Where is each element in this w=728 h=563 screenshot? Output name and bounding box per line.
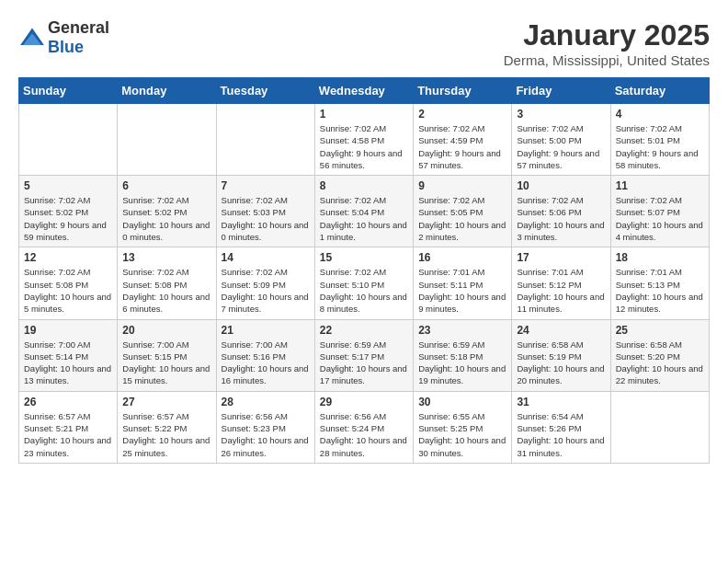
day-number: 1 — [320, 108, 408, 121]
day-info: Sunrise: 7:02 AM Sunset: 5:02 PM Dayligh… — [24, 194, 112, 243]
day-info: Sunrise: 7:00 AM Sunset: 5:15 PM Dayligh… — [122, 339, 210, 387]
calendar-cell: 12Sunrise: 7:02 AM Sunset: 5:08 PM Dayli… — [19, 247, 118, 319]
calendar-cell — [610, 391, 709, 463]
day-number: 24 — [517, 324, 605, 337]
calendar-title: January 2025 — [504, 18, 710, 52]
logo-blue: Blue — [48, 38, 84, 56]
logo-general: General — [48, 18, 109, 37]
day-number: 19 — [24, 324, 112, 337]
week-row-3: 12Sunrise: 7:02 AM Sunset: 5:08 PM Dayli… — [19, 247, 710, 319]
calendar-cell: 28Sunrise: 6:56 AM Sunset: 5:23 PM Dayli… — [216, 391, 314, 463]
day-number: 18 — [616, 251, 704, 264]
day-info: Sunrise: 7:02 AM Sunset: 5:01 PM Dayligh… — [616, 122, 704, 171]
calendar-cell — [216, 104, 314, 176]
calendar-cell: 17Sunrise: 7:01 AM Sunset: 5:12 PM Dayli… — [512, 247, 610, 319]
weekday-header-wednesday: Wednesday — [314, 78, 413, 104]
calendar-cell: 19Sunrise: 7:00 AM Sunset: 5:14 PM Dayli… — [19, 319, 118, 391]
day-info: Sunrise: 7:00 AM Sunset: 5:14 PM Dayligh… — [24, 339, 112, 387]
calendar-cell: 4Sunrise: 7:02 AM Sunset: 5:01 PM Daylig… — [610, 104, 709, 176]
day-number: 2 — [418, 108, 506, 121]
day-info: Sunrise: 6:56 AM Sunset: 5:23 PM Dayligh… — [222, 410, 310, 459]
week-row-1: 1Sunrise: 7:02 AM Sunset: 4:58 PM Daylig… — [19, 104, 710, 176]
calendar-table: SundayMondayTuesdayWednesdayThursdayFrid… — [18, 77, 710, 464]
logo: General Blue — [18, 18, 109, 57]
day-info: Sunrise: 6:58 AM Sunset: 5:20 PM Dayligh… — [616, 339, 704, 387]
day-info: Sunrise: 7:02 AM Sunset: 5:04 PM Dayligh… — [320, 194, 408, 243]
day-info: Sunrise: 7:02 AM Sunset: 5:08 PM Dayligh… — [122, 266, 210, 315]
day-info: Sunrise: 6:57 AM Sunset: 5:21 PM Dayligh… — [24, 410, 112, 459]
day-info: Sunrise: 7:02 AM Sunset: 5:03 PM Dayligh… — [222, 194, 310, 243]
day-number: 8 — [320, 179, 408, 192]
day-info: Sunrise: 7:00 AM Sunset: 5:16 PM Dayligh… — [222, 339, 310, 387]
day-info: Sunrise: 6:55 AM Sunset: 5:25 PM Dayligh… — [418, 410, 506, 459]
logo-icon — [18, 27, 46, 50]
calendar-cell: 5Sunrise: 7:02 AM Sunset: 5:02 PM Daylig… — [19, 176, 118, 247]
day-info: Sunrise: 7:01 AM Sunset: 5:11 PM Dayligh… — [418, 266, 506, 315]
day-number: 6 — [122, 179, 210, 192]
calendar-cell: 26Sunrise: 6:57 AM Sunset: 5:21 PM Dayli… — [19, 391, 118, 463]
calendar-cell: 16Sunrise: 7:01 AM Sunset: 5:11 PM Dayli… — [414, 247, 512, 319]
calendar-cell: 20Sunrise: 7:00 AM Sunset: 5:15 PM Dayli… — [118, 319, 216, 391]
day-info: Sunrise: 7:02 AM Sunset: 4:59 PM Dayligh… — [418, 122, 506, 171]
calendar-cell: 15Sunrise: 7:02 AM Sunset: 5:10 PM Dayli… — [314, 247, 413, 319]
day-info: Sunrise: 7:02 AM Sunset: 5:00 PM Dayligh… — [517, 122, 605, 171]
calendar-cell: 8Sunrise: 7:02 AM Sunset: 5:04 PM Daylig… — [314, 176, 413, 247]
calendar-cell: 9Sunrise: 7:02 AM Sunset: 5:05 PM Daylig… — [414, 176, 512, 247]
day-number: 4 — [616, 108, 704, 121]
day-number: 7 — [222, 179, 310, 192]
day-number: 21 — [222, 324, 310, 337]
weekday-header-friday: Friday — [512, 78, 610, 104]
calendar-cell: 27Sunrise: 6:57 AM Sunset: 5:22 PM Dayli… — [118, 391, 216, 463]
day-number: 23 — [418, 324, 506, 337]
calendar-cell: 14Sunrise: 7:02 AM Sunset: 5:09 PM Dayli… — [216, 247, 314, 319]
week-row-4: 19Sunrise: 7:00 AM Sunset: 5:14 PM Dayli… — [19, 319, 710, 391]
page-header: General Blue January 2025 Derma, Mississ… — [18, 18, 710, 68]
day-number: 22 — [320, 324, 408, 337]
calendar-cell: 21Sunrise: 7:00 AM Sunset: 5:16 PM Dayli… — [216, 319, 314, 391]
week-row-2: 5Sunrise: 7:02 AM Sunset: 5:02 PM Daylig… — [19, 176, 710, 247]
calendar-cell: 23Sunrise: 6:59 AM Sunset: 5:18 PM Dayli… — [414, 319, 512, 391]
calendar-cell: 13Sunrise: 7:02 AM Sunset: 5:08 PM Dayli… — [118, 247, 216, 319]
calendar-cell: 6Sunrise: 7:02 AM Sunset: 5:02 PM Daylig… — [118, 176, 216, 247]
day-number: 20 — [122, 324, 210, 337]
day-number: 14 — [222, 251, 310, 264]
day-info: Sunrise: 7:02 AM Sunset: 5:02 PM Dayligh… — [122, 194, 210, 243]
day-info: Sunrise: 7:02 AM Sunset: 5:08 PM Dayligh… — [24, 266, 112, 315]
day-info: Sunrise: 6:57 AM Sunset: 5:22 PM Dayligh… — [122, 410, 210, 459]
calendar-cell: 10Sunrise: 7:02 AM Sunset: 5:06 PM Dayli… — [512, 176, 610, 247]
day-info: Sunrise: 6:59 AM Sunset: 5:18 PM Dayligh… — [418, 339, 506, 387]
calendar-cell: 18Sunrise: 7:01 AM Sunset: 5:13 PM Dayli… — [610, 247, 709, 319]
day-number: 30 — [418, 396, 506, 408]
calendar-cell: 7Sunrise: 7:02 AM Sunset: 5:03 PM Daylig… — [216, 176, 314, 247]
calendar-cell — [118, 104, 216, 176]
day-info: Sunrise: 7:02 AM Sunset: 5:10 PM Dayligh… — [320, 266, 408, 315]
calendar-cell: 11Sunrise: 7:02 AM Sunset: 5:07 PM Dayli… — [610, 176, 709, 247]
weekday-header-row: SundayMondayTuesdayWednesdayThursdayFrid… — [19, 78, 710, 104]
weekday-header-thursday: Thursday — [414, 78, 512, 104]
day-number: 3 — [517, 108, 605, 121]
day-number: 28 — [222, 396, 310, 408]
day-info: Sunrise: 7:02 AM Sunset: 5:07 PM Dayligh… — [616, 194, 704, 243]
day-number: 11 — [616, 179, 704, 192]
day-number: 29 — [320, 396, 408, 408]
calendar-cell: 22Sunrise: 6:59 AM Sunset: 5:17 PM Dayli… — [314, 319, 413, 391]
calendar-cell: 30Sunrise: 6:55 AM Sunset: 5:25 PM Dayli… — [414, 391, 512, 463]
day-info: Sunrise: 7:01 AM Sunset: 5:12 PM Dayligh… — [517, 266, 605, 315]
day-number: 15 — [320, 251, 408, 264]
day-info: Sunrise: 7:02 AM Sunset: 5:09 PM Dayligh… — [222, 266, 310, 315]
calendar-subtitle: Derma, Mississippi, United States — [504, 52, 710, 68]
day-info: Sunrise: 7:02 AM Sunset: 5:05 PM Dayligh… — [418, 194, 506, 243]
day-number: 9 — [418, 179, 506, 192]
week-row-5: 26Sunrise: 6:57 AM Sunset: 5:21 PM Dayli… — [19, 391, 710, 463]
day-number: 10 — [517, 179, 605, 192]
calendar-cell: 1Sunrise: 7:02 AM Sunset: 4:58 PM Daylig… — [314, 104, 413, 176]
day-info: Sunrise: 7:02 AM Sunset: 5:06 PM Dayligh… — [517, 194, 605, 243]
day-info: Sunrise: 6:58 AM Sunset: 5:19 PM Dayligh… — [517, 339, 605, 387]
calendar-cell: 31Sunrise: 6:54 AM Sunset: 5:26 PM Dayli… — [512, 391, 610, 463]
calendar-cell: 29Sunrise: 6:56 AM Sunset: 5:24 PM Dayli… — [314, 391, 413, 463]
calendar-cell: 25Sunrise: 6:58 AM Sunset: 5:20 PM Dayli… — [610, 319, 709, 391]
calendar-cell: 3Sunrise: 7:02 AM Sunset: 5:00 PM Daylig… — [512, 104, 610, 176]
day-number: 25 — [616, 324, 704, 337]
title-block: January 2025 Derma, Mississippi, United … — [504, 18, 710, 68]
calendar-cell — [19, 104, 118, 176]
